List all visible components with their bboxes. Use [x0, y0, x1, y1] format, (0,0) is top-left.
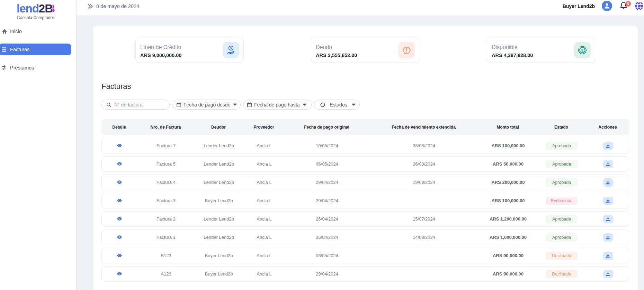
svg-text:$: $ — [230, 47, 232, 50]
svg-text:$: $ — [581, 48, 583, 52]
